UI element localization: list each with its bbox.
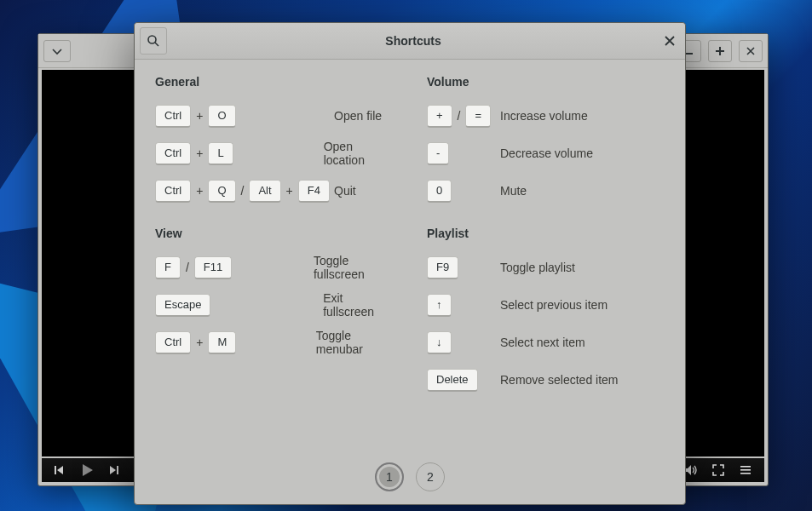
keycap: = — [465, 105, 491, 128]
shortcut-row: Ctrl+OOpen file — [155, 100, 393, 131]
key-combo: Ctrl+Q/Alt+F4 — [155, 180, 334, 203]
key-combo: F/F11 — [155, 256, 314, 279]
shortcut-description: Increase volume — [500, 109, 588, 123]
svg-rect-6 — [740, 469, 751, 471]
keycap: M — [208, 331, 236, 354]
section-volume: Volume +/=Increase volume-Decrease volum… — [427, 75, 665, 206]
pager-page-1[interactable]: 1 — [375, 462, 404, 491]
svg-point-8 — [148, 36, 156, 43]
key-combo: Ctrl+L — [155, 142, 324, 165]
window-maximize-button[interactable] — [708, 40, 732, 62]
shortcuts-dialog: Shortcuts General Ctrl+OOpen fileCtrl+LO… — [134, 22, 686, 505]
combo-separator: + — [196, 146, 203, 160]
window-close-button[interactable] — [739, 40, 763, 62]
key-combo: Delete — [427, 369, 500, 392]
combo-separator: + — [196, 109, 203, 123]
keycap: Escape — [155, 294, 210, 317]
section-rows: Ctrl+OOpen fileCtrl+LOpen locationCtrl+Q… — [155, 100, 393, 206]
shortcut-description: Open location — [324, 140, 393, 167]
svg-rect-5 — [740, 466, 751, 468]
shortcut-description: Toggle fullscreen — [314, 254, 393, 281]
shortcut-row: +/=Increase volume — [427, 100, 665, 131]
combo-separator: + — [196, 336, 203, 349]
shortcut-row: Ctrl+LOpen location — [155, 138, 393, 169]
section-rows: +/=Increase volume-Decrease volume0Mute — [427, 100, 665, 206]
shortcut-row: 0Mute — [427, 175, 665, 206]
playlist-button[interactable] — [734, 460, 757, 480]
key-combo: Ctrl+M — [155, 331, 316, 354]
section-general: General Ctrl+OOpen fileCtrl+LOpen locati… — [155, 75, 393, 206]
keycap: ↑ — [427, 294, 452, 317]
dialog-close-button[interactable] — [659, 31, 680, 51]
keycap: Ctrl — [155, 180, 191, 203]
search-icon — [147, 34, 160, 48]
key-combo: Ctrl+O — [155, 105, 334, 128]
combo-separator: + — [286, 184, 293, 198]
combo-separator: / — [186, 261, 189, 274]
dialog-pager: 1 2 — [135, 450, 685, 504]
keycap: O — [208, 105, 235, 128]
shortcut-description: Open file — [334, 109, 382, 123]
svg-rect-7 — [740, 473, 751, 474]
svg-rect-4 — [117, 466, 118, 474]
previous-track-button[interactable] — [49, 460, 72, 480]
key-combo: 0 — [427, 180, 500, 203]
key-combo: ↓ — [427, 331, 500, 354]
keycap: Q — [208, 180, 235, 203]
svg-rect-3 — [55, 466, 56, 474]
shortcut-row: Ctrl+MToggle menubar — [155, 327, 393, 358]
keycap: F9 — [427, 256, 458, 279]
shortcuts-left-column: General Ctrl+OOpen fileCtrl+LOpen locati… — [155, 75, 393, 450]
svg-rect-0 — [686, 53, 693, 55]
shortcut-description: Toggle menubar — [316, 329, 393, 356]
shortcut-description: Toggle playlist — [500, 261, 575, 274]
shortcut-row: ↓Select next item — [427, 327, 665, 358]
keycap: Ctrl — [155, 142, 191, 165]
keycap: ↓ — [427, 331, 452, 354]
section-rows: F9Toggle playlist↑Select previous item↓S… — [427, 252, 665, 395]
keycap: L — [208, 142, 233, 165]
shortcut-row: F/F11Toggle fullscreen — [155, 252, 393, 283]
combo-separator: / — [241, 184, 245, 198]
keycap: Ctrl — [155, 331, 191, 354]
shortcut-description: Select previous item — [500, 298, 608, 312]
shortcuts-right-column: Volume +/=Increase volume-Decrease volum… — [427, 75, 665, 450]
keycap: 0 — [427, 180, 452, 203]
shortcut-description: Exit fullscreen — [323, 291, 393, 319]
close-icon — [665, 36, 675, 46]
keycap: - — [427, 142, 449, 165]
section-title: Playlist — [427, 227, 665, 240]
player-menu-button[interactable] — [43, 40, 71, 62]
combo-separator: + — [196, 184, 203, 198]
dialog-search-button[interactable] — [140, 27, 167, 55]
fullscreen-button[interactable] — [706, 460, 730, 480]
shortcut-description: Remove selected item — [500, 373, 619, 387]
shortcut-row: Ctrl+Q/Alt+F4Quit — [155, 175, 393, 206]
section-playlist: Playlist F9Toggle playlist↑Select previo… — [427, 227, 665, 395]
dialog-header: Shortcuts — [135, 23, 685, 60]
pager-page-2[interactable]: 2 — [416, 462, 445, 491]
keycap: F11 — [194, 256, 232, 279]
combo-separator: / — [458, 109, 461, 123]
section-title: General — [155, 75, 393, 89]
keycap: Alt — [249, 180, 280, 203]
shortcut-row: ↑Select previous item — [427, 290, 665, 320]
shortcut-description: Decrease volume — [500, 146, 593, 160]
key-combo: Escape — [155, 294, 323, 317]
keycap: Delete — [427, 369, 478, 392]
keycap: F — [155, 256, 181, 279]
play-button[interactable] — [76, 460, 100, 480]
next-track-button[interactable] — [103, 460, 127, 480]
section-title: Volume — [427, 75, 665, 89]
shortcut-row: DeleteRemove selected item — [427, 365, 665, 395]
shortcut-description: Mute — [500, 184, 527, 198]
key-combo: +/= — [427, 105, 500, 128]
keycap: Ctrl — [155, 105, 191, 128]
svg-rect-2 — [716, 50, 724, 52]
shortcut-row: -Decrease volume — [427, 138, 665, 169]
key-combo: ↑ — [427, 294, 500, 317]
key-combo: - — [427, 142, 500, 165]
svg-line-9 — [155, 43, 158, 46]
shortcut-description: Quit — [334, 184, 356, 198]
keycap: F4 — [298, 180, 330, 203]
